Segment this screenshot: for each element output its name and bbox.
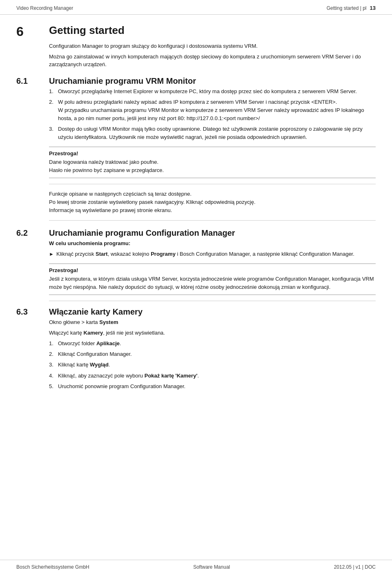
item-text: Uruchomić ponownie program Configuration… [58, 382, 376, 391]
chapter-subtitle: Configuration Manager to program służący… [49, 42, 376, 50]
chapter-heading-row: 6 Getting started [16, 25, 376, 39]
caution-box-2: Przestroga! Jeśli z komputera, w którym … [49, 264, 376, 295]
footer-center: Software Manual [193, 564, 230, 570]
divider [49, 301, 376, 301]
main-content: 6 Getting started Configuration Manager … [0, 15, 392, 409]
list-item: 3. Dostęp do usługi VRM Monitor mają tyl… [49, 125, 376, 141]
item-text: Dostęp do usługi VRM Monitor mają tylko … [58, 125, 376, 141]
section-63-intro: Włączyć kartę Kamery, jeśli nie jest wyś… [49, 329, 376, 337]
item-number: 4. [49, 372, 58, 380]
header-app-title: Video Recording Manager [16, 5, 73, 11]
list-item: 5. Uruchomić ponownie program Configurat… [49, 382, 376, 391]
list-item: 4. Kliknąć, aby zaznaczyć pole wyboru Po… [49, 372, 376, 380]
footer-right: 2012.05 | v1 | DOC [334, 564, 376, 570]
section-61-list: 1. Otworzyć przeglądarkę Internet Explor… [49, 87, 376, 142]
item-number: 3. [49, 125, 58, 133]
section-62-row: 6.2 Uruchamianie programu Configuration … [16, 228, 376, 238]
item-text: Kliknąć, aby zaznaczyć pole wyboru Pokaż… [58, 372, 376, 380]
section-61-title: Uruchamianie programu VRM Monitor [49, 76, 196, 86]
item-number: 2. [49, 350, 58, 358]
list-item: 2. W polu adresu przeglądarki należy wpi… [49, 98, 376, 123]
caution-text: Hasło nie powinno być zapisane w przeglą… [49, 166, 376, 174]
chapter-title: Getting started [49, 25, 125, 36]
section-62-number: 6.2 [16, 228, 49, 238]
divider [49, 220, 376, 221]
caution-title: Przestroga! [49, 150, 376, 156]
chapter-intro: Można go zainstalować w innych komputera… [49, 53, 376, 69]
item-number: 1. [49, 339, 58, 348]
caution-box-1: Przestroga! Dane logowania należy trakto… [49, 147, 376, 178]
item-text: Kliknąć Configuration Manager. [58, 350, 376, 358]
section-63-subtitle-label: Okno główne > karta System [49, 319, 118, 325]
caution-text: Dane logowania należy traktować jako pou… [49, 158, 376, 166]
item-text: Otworzyć przeglądarkę Internet Explorer … [58, 87, 376, 96]
footer-left: Bosch Sicherheitssysteme GmbH [16, 564, 89, 570]
section-61-row: 6.1 Uruchamianie programu VRM Monitor [16, 76, 376, 86]
caution-text: Jeśli z komputera, w którym działa usług… [49, 275, 376, 291]
item-text: Kliknąć kartę Wygląd. [58, 361, 376, 369]
section-63-intro-text: Włączyć kartę Kamery, jeśli nie jest wyś… [49, 330, 165, 336]
header-chapter-info: Getting started | pl13 [327, 5, 376, 11]
arrow-bullet-item: ► Kliknąć przycisk Start, wskazać kolejn… [49, 250, 376, 258]
chapter-number: 6 [16, 25, 49, 39]
section-63-list: 1. Otworzyć folder Aplikacje. 2. Kliknąć… [49, 339, 376, 391]
list-item: 2. Kliknąć Configuration Manager. [49, 350, 376, 358]
section-63-okno: Okno główne > karta System [49, 318, 376, 326]
bullet-text: Kliknąć przycisk Start, wskazać kolejno … [56, 250, 376, 258]
section-63-row: 6.3 Włączanie karty Kamery [16, 307, 376, 317]
divider [49, 184, 376, 184]
item-text: Otworzyć folder Aplikacje. [58, 339, 376, 348]
caution-title: Przestroga! [49, 267, 376, 273]
item-number: 5. [49, 382, 58, 391]
section-61-number: 6.1 [16, 76, 49, 86]
page-footer: Bosch Sicherheitssysteme GmbH Software M… [0, 560, 392, 574]
item-number: 2. [49, 98, 58, 106]
item-number: 1. [49, 87, 58, 96]
list-item: 1. Otworzyć folder Aplikacje. [49, 339, 376, 348]
item-number: 3. [49, 361, 58, 369]
list-item: 1. Otworzyć przeglądarkę Internet Explor… [49, 87, 376, 96]
section-63-title: Włączanie karty Kamery [49, 307, 143, 317]
list-item: 3. Kliknąć kartę Wygląd. [49, 361, 376, 369]
page-header: Video Recording Manager Getting started … [0, 0, 392, 15]
section-62-subtitle: W celu uruchomienia programu: [49, 239, 376, 248]
item-text: W polu adresu przeglądarki należy wpisać… [58, 98, 376, 123]
arrow-icon: ► [49, 250, 56, 258]
section-63-number: 6.3 [16, 307, 49, 317]
section-62-title: Uruchamianie programu Configuration Mana… [49, 228, 235, 238]
info-block: Funkcje opisane w następnych częściach s… [49, 190, 376, 214]
